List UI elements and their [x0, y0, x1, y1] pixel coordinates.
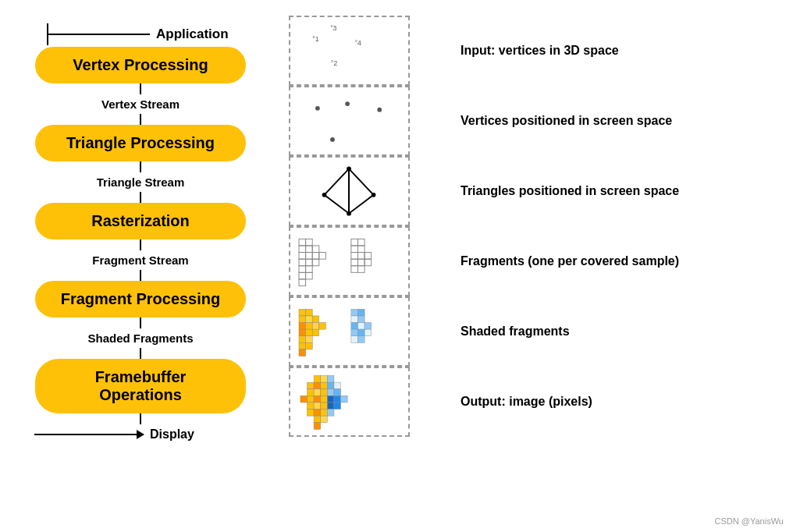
svg-rect-48: [299, 323, 306, 330]
svg-rect-62: [351, 316, 358, 323]
svg-point-12: [347, 211, 351, 216]
svg-rect-59: [299, 349, 306, 356]
display-row: Display: [16, 427, 265, 442]
svg-rect-15: [306, 239, 313, 246]
svg-text:°1: °1: [312, 35, 318, 43]
svg-rect-57: [299, 342, 306, 349]
v-line-7: [140, 317, 141, 328]
svg-rect-85: [300, 395, 308, 403]
rasterization-box: Rasterization: [35, 203, 246, 239]
svg-rect-89: [327, 395, 334, 403]
triangle-processing-box: Triangle Processing: [35, 125, 246, 161]
svg-rect-19: [299, 253, 306, 260]
svg-rect-98: [314, 410, 321, 417]
svg-rect-70: [351, 336, 358, 343]
svg-rect-24: [306, 259, 313, 266]
main-container: Application Vertex Processing Vertex Str…: [0, 0, 793, 532]
desc-item-0: Input: vertices in 3D space: [461, 16, 777, 86]
svg-rect-95: [327, 403, 334, 410]
svg-point-5: [345, 101, 350, 106]
svg-rect-64: [351, 323, 358, 330]
svg-rect-55: [299, 336, 306, 343]
svg-point-7: [330, 137, 335, 142]
svg-rect-54: [312, 329, 319, 336]
svg-rect-72: [314, 376, 321, 383]
svg-rect-23: [299, 259, 306, 266]
svg-point-4: [315, 106, 320, 111]
rasterization-segment: Rasterization Fragment Stream: [16, 203, 265, 281]
v-line-1: [140, 83, 141, 94]
svg-rect-84: [334, 389, 341, 396]
svg-rect-14: [299, 239, 306, 246]
svg-rect-40: [364, 259, 372, 266]
pipeline: Application Vertex Processing Vertex Str…: [16, 8, 265, 442]
svg-rect-67: [351, 329, 358, 336]
v-line-5: [140, 239, 141, 250]
application-row: Application: [16, 23, 265, 45]
desc-text-5: Output: image (pixels): [461, 395, 592, 409]
triangles-screen-svg: [290, 158, 408, 225]
svg-rect-37: [364, 253, 372, 260]
svg-rect-77: [321, 382, 328, 389]
fragment-processing-box: Fragment Processing: [35, 281, 246, 317]
svg-rect-39: [357, 259, 364, 266]
shaded-fragments-svg: [290, 298, 408, 365]
svg-rect-74: [327, 376, 334, 383]
svg-rect-43: [299, 309, 306, 316]
svg-rect-38: [351, 259, 358, 266]
desc-item-1: Vertices positioned in screen space: [461, 86, 777, 156]
svg-point-6: [377, 108, 382, 112]
svg-rect-52: [299, 329, 306, 336]
framebuffer-operations-box: Framebuffer Operations: [35, 359, 246, 413]
vertices-screen-svg: [290, 87, 408, 154]
svg-rect-51: [319, 323, 326, 330]
display-label: Display: [150, 427, 194, 442]
svg-point-10: [347, 166, 351, 171]
diagram-output-pixels: [289, 367, 410, 437]
svg-rect-87: [314, 395, 321, 403]
svg-rect-88: [321, 395, 328, 403]
desc-item-5: Output: image (pixels): [461, 367, 777, 437]
diagrams-column: °3 °1 °4 °2: [289, 16, 445, 437]
svg-rect-42: [357, 266, 364, 273]
svg-rect-63: [357, 316, 364, 323]
svg-text:°2: °2: [331, 59, 337, 67]
watermark: CSDN @YanisWu: [715, 516, 784, 526]
diagram-fragments: [289, 226, 410, 296]
svg-rect-50: [312, 323, 319, 330]
diagram-vertices-screen: [289, 86, 410, 156]
descriptions-column: Input: vertices in 3D space Vertices pos…: [461, 16, 777, 437]
svg-rect-83: [327, 389, 334, 396]
svg-rect-36: [357, 253, 364, 260]
desc-text-1: Vertices positioned in screen space: [461, 114, 672, 128]
svg-rect-65: [357, 323, 364, 330]
fragments-svg: [290, 228, 408, 295]
svg-rect-31: [351, 239, 358, 246]
svg-rect-101: [314, 416, 321, 423]
svg-marker-8: [349, 168, 374, 213]
svg-rect-79: [334, 382, 341, 389]
svg-rect-45: [299, 316, 306, 323]
svg-rect-56: [306, 336, 313, 343]
svg-rect-76: [314, 382, 321, 389]
svg-rect-16: [299, 246, 306, 253]
diagram-triangles-screen: [289, 156, 410, 226]
svg-rect-78: [327, 382, 334, 389]
svg-point-11: [372, 193, 376, 197]
svg-rect-90: [334, 395, 341, 403]
svg-rect-68: [357, 329, 364, 336]
output-pixels-svg: [290, 368, 408, 435]
svg-rect-99: [321, 410, 328, 417]
fragment-segment: Fragment Processing Shaded Fragments: [16, 281, 265, 359]
svg-rect-81: [314, 389, 321, 396]
triangle-stream-label: Triangle Stream: [16, 176, 265, 189]
bracket-line-horizontal: [48, 34, 150, 35]
svg-rect-96: [334, 403, 341, 410]
svg-rect-28: [299, 272, 306, 279]
v-line-8: [140, 348, 141, 359]
svg-rect-21: [312, 253, 319, 260]
svg-rect-34: [357, 246, 364, 253]
svg-rect-49: [306, 323, 313, 330]
svg-rect-35: [351, 253, 358, 260]
diagram-vertices-3d: °3 °1 °4 °2: [289, 16, 410, 86]
